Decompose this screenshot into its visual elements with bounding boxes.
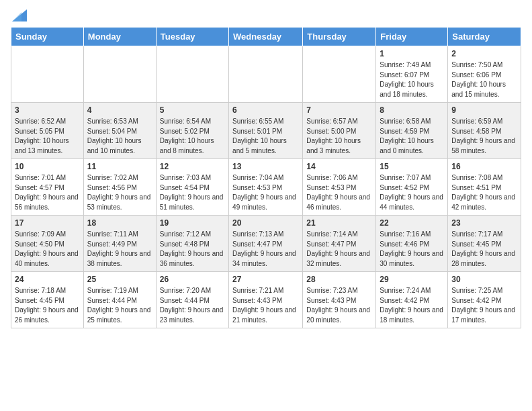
calendar-cell <box>156 46 228 103</box>
calendar-cell: 29Sunrise: 7:24 AM Sunset: 4:42 PM Dayli… <box>376 272 448 328</box>
calendar-cell: 18Sunrise: 7:11 AM Sunset: 4:49 PM Dayli… <box>83 216 156 272</box>
weekday-header-sunday: Sunday <box>11 28 84 46</box>
day-number: 26 <box>160 275 225 284</box>
calendar-cell: 17Sunrise: 7:09 AM Sunset: 4:50 PM Dayli… <box>11 216 84 272</box>
calendar-cell: 3Sunrise: 6:52 AM Sunset: 5:05 PM Daylig… <box>11 103 84 159</box>
calendar-cell: 26Sunrise: 7:20 AM Sunset: 4:44 PM Dayli… <box>156 272 228 328</box>
day-number: 4 <box>87 105 152 115</box>
calendar-cell: 24Sunrise: 7:18 AM Sunset: 4:45 PM Dayli… <box>11 272 84 328</box>
calendar-week-4: 17Sunrise: 7:09 AM Sunset: 4:50 PM Dayli… <box>11 216 521 272</box>
day-info: Sunrise: 7:16 AM Sunset: 4:46 PM Dayligh… <box>380 230 444 269</box>
day-number: 17 <box>15 218 80 228</box>
calendar-cell: 4Sunrise: 6:53 AM Sunset: 5:04 PM Daylig… <box>83 103 156 159</box>
day-info: Sunrise: 7:12 AM Sunset: 4:48 PM Dayligh… <box>160 230 225 269</box>
day-info: Sunrise: 7:18 AM Sunset: 4:45 PM Dayligh… <box>15 286 80 325</box>
calendar-cell: 16Sunrise: 7:08 AM Sunset: 4:51 PM Dayli… <box>448 159 521 216</box>
weekday-header-friday: Friday <box>376 28 448 46</box>
calendar-cell: 5Sunrise: 6:54 AM Sunset: 5:02 PM Daylig… <box>156 103 228 159</box>
calendar-cell <box>11 46 84 103</box>
calendar-cell: 15Sunrise: 7:07 AM Sunset: 4:52 PM Dayli… <box>376 159 448 216</box>
day-info: Sunrise: 7:25 AM Sunset: 4:42 PM Dayligh… <box>451 286 517 325</box>
day-info: Sunrise: 7:03 AM Sunset: 4:54 PM Dayligh… <box>160 173 225 212</box>
day-info: Sunrise: 7:01 AM Sunset: 4:57 PM Dayligh… <box>15 173 80 212</box>
calendar-week-1: 1Sunrise: 7:49 AM Sunset: 6:07 PM Daylig… <box>11 46 521 103</box>
day-number: 10 <box>15 162 80 171</box>
day-number: 11 <box>87 162 152 171</box>
day-number: 28 <box>306 275 372 284</box>
calendar-cell: 13Sunrise: 7:04 AM Sunset: 4:53 PM Dayli… <box>229 159 303 216</box>
day-info: Sunrise: 7:13 AM Sunset: 4:47 PM Dayligh… <box>232 230 299 269</box>
day-info: Sunrise: 7:20 AM Sunset: 4:44 PM Dayligh… <box>160 286 225 325</box>
svg-marker-1 <box>12 12 21 21</box>
day-number: 19 <box>160 218 225 228</box>
day-number: 24 <box>15 275 80 284</box>
day-number: 3 <box>15 105 80 115</box>
day-number: 5 <box>160 105 225 115</box>
day-number: 15 <box>380 162 444 171</box>
calendar-table: SundayMondayTuesdayWednesdayThursdayFrid… <box>11 27 521 328</box>
calendar-cell: 11Sunrise: 7:02 AM Sunset: 4:56 PM Dayli… <box>83 159 156 216</box>
day-info: Sunrise: 7:08 AM Sunset: 4:51 PM Dayligh… <box>451 173 517 212</box>
day-number: 20 <box>232 218 299 228</box>
calendar-cell: 30Sunrise: 7:25 AM Sunset: 4:42 PM Dayli… <box>448 272 521 328</box>
logo-bird-icon <box>12 9 27 21</box>
day-number: 21 <box>306 218 372 228</box>
day-number: 8 <box>380 105 444 115</box>
day-number: 18 <box>87 218 152 228</box>
day-info: Sunrise: 7:19 AM Sunset: 4:44 PM Dayligh… <box>87 286 152 325</box>
calendar-cell: 20Sunrise: 7:13 AM Sunset: 4:47 PM Dayli… <box>229 216 303 272</box>
day-number: 14 <box>306 162 372 171</box>
calendar-cell: 19Sunrise: 7:12 AM Sunset: 4:48 PM Dayli… <box>156 216 228 272</box>
calendar-header-row: SundayMondayTuesdayWednesdayThursdayFrid… <box>11 28 521 46</box>
calendar-week-2: 3Sunrise: 6:52 AM Sunset: 5:05 PM Daylig… <box>11 103 521 159</box>
day-number: 29 <box>380 275 444 284</box>
calendar-week-5: 24Sunrise: 7:18 AM Sunset: 4:45 PM Dayli… <box>11 272 521 328</box>
day-info: Sunrise: 7:24 AM Sunset: 4:42 PM Dayligh… <box>380 286 444 325</box>
day-number: 12 <box>160 162 225 171</box>
day-info: Sunrise: 6:54 AM Sunset: 5:02 PM Dayligh… <box>160 117 225 156</box>
weekday-header-thursday: Thursday <box>303 28 376 46</box>
day-info: Sunrise: 7:17 AM Sunset: 4:45 PM Dayligh… <box>451 230 517 269</box>
calendar-week-3: 10Sunrise: 7:01 AM Sunset: 4:57 PM Dayli… <box>11 159 521 216</box>
calendar-cell: 23Sunrise: 7:17 AM Sunset: 4:45 PM Dayli… <box>448 216 521 272</box>
calendar-cell: 2Sunrise: 7:50 AM Sunset: 6:06 PM Daylig… <box>448 46 521 103</box>
calendar-cell: 8Sunrise: 6:58 AM Sunset: 4:59 PM Daylig… <box>376 103 448 159</box>
day-info: Sunrise: 6:59 AM Sunset: 4:58 PM Dayligh… <box>451 117 517 156</box>
day-number: 27 <box>232 275 299 284</box>
day-number: 13 <box>232 162 299 171</box>
calendar-cell <box>229 46 303 103</box>
day-info: Sunrise: 7:14 AM Sunset: 4:47 PM Dayligh… <box>306 230 372 269</box>
logo <box>11 11 27 21</box>
calendar-cell <box>83 46 156 103</box>
calendar-cell <box>303 46 376 103</box>
day-number: 2 <box>451 49 517 58</box>
day-info: Sunrise: 7:09 AM Sunset: 4:50 PM Dayligh… <box>15 230 80 269</box>
calendar-cell: 10Sunrise: 7:01 AM Sunset: 4:57 PM Dayli… <box>11 159 84 216</box>
day-number: 7 <box>306 105 372 115</box>
day-info: Sunrise: 7:11 AM Sunset: 4:49 PM Dayligh… <box>87 230 152 269</box>
calendar-cell: 9Sunrise: 6:59 AM Sunset: 4:58 PM Daylig… <box>448 103 521 159</box>
day-info: Sunrise: 7:06 AM Sunset: 4:53 PM Dayligh… <box>306 173 372 212</box>
day-info: Sunrise: 6:57 AM Sunset: 5:00 PM Dayligh… <box>306 117 372 156</box>
calendar-cell: 14Sunrise: 7:06 AM Sunset: 4:53 PM Dayli… <box>303 159 376 216</box>
day-info: Sunrise: 7:21 AM Sunset: 4:43 PM Dayligh… <box>232 286 299 325</box>
day-info: Sunrise: 6:53 AM Sunset: 5:04 PM Dayligh… <box>87 117 152 156</box>
day-info: Sunrise: 7:04 AM Sunset: 4:53 PM Dayligh… <box>232 173 299 212</box>
day-number: 30 <box>451 275 517 284</box>
day-info: Sunrise: 7:02 AM Sunset: 4:56 PM Dayligh… <box>87 173 152 212</box>
calendar-cell: 22Sunrise: 7:16 AM Sunset: 4:46 PM Dayli… <box>376 216 448 272</box>
calendar-cell: 28Sunrise: 7:23 AM Sunset: 4:43 PM Dayli… <box>303 272 376 328</box>
day-number: 1 <box>380 49 444 58</box>
calendar-cell: 7Sunrise: 6:57 AM Sunset: 5:00 PM Daylig… <box>303 103 376 159</box>
day-info: Sunrise: 7:07 AM Sunset: 4:52 PM Dayligh… <box>380 173 444 212</box>
calendar-cell: 1Sunrise: 7:49 AM Sunset: 6:07 PM Daylig… <box>376 46 448 103</box>
day-info: Sunrise: 7:50 AM Sunset: 6:06 PM Dayligh… <box>451 60 517 99</box>
calendar-cell: 25Sunrise: 7:19 AM Sunset: 4:44 PM Dayli… <box>83 272 156 328</box>
day-number: 6 <box>232 105 299 115</box>
day-number: 16 <box>451 162 517 171</box>
day-number: 22 <box>380 218 444 228</box>
weekday-header-wednesday: Wednesday <box>229 28 303 46</box>
day-number: 23 <box>451 218 517 228</box>
calendar-cell: 12Sunrise: 7:03 AM Sunset: 4:54 PM Dayli… <box>156 159 228 216</box>
day-info: Sunrise: 6:55 AM Sunset: 5:01 PM Dayligh… <box>232 117 299 156</box>
